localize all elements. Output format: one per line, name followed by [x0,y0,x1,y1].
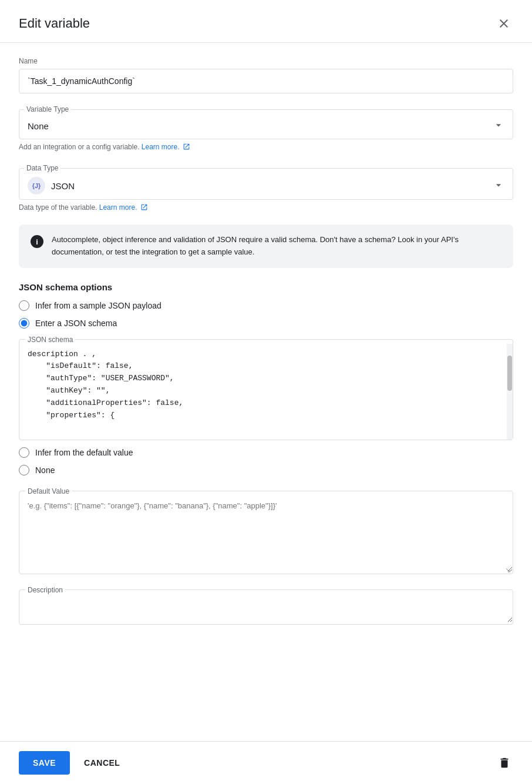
footer-left: SAVE CANCEL [19,751,124,775]
data-type-legend: Data Type [24,164,60,172]
radio-label-enter-schema: Enter a JSON schema [35,319,117,328]
radio-item-infer-sample[interactable]: Infer from a sample JSON payload [19,300,513,311]
data-type-group: Data Type {J} JSON Data type of the vari… [19,164,513,213]
json-badge: {J} [28,177,45,195]
radio-none[interactable] [19,465,29,475]
description-fieldset: Description [19,586,513,625]
default-value-group: Default Value ↘ [19,487,513,574]
variable-type-value: None [28,121,49,131]
resize-handle: ↘ [505,566,511,572]
description-legend: Description [25,586,65,594]
json-schema-options-group: JSON schema options Infer from a sample … [19,282,513,475]
json-schema-legend: JSON schema [25,336,75,344]
json-schema-scroll: description . , "isDefault": false, "aut… [19,344,513,440]
external-link-icon [183,143,190,152]
radio-enter-schema[interactable] [19,318,29,329]
json-schema-textarea[interactable]: description . , "isDefault": false, "aut… [19,344,513,438]
radio-item-infer-default[interactable]: Infer from the default value [19,447,513,458]
cancel-button[interactable]: CANCEL [79,751,124,775]
close-icon [497,16,511,31]
delete-button[interactable] [496,754,513,772]
variable-type-select[interactable]: None [19,113,513,139]
default-value-legend: Default Value [25,487,72,495]
variable-type-helper: Add an integration or a config variable.… [19,143,513,152]
info-icon: i [31,235,43,248]
radio-group: Infer from a sample JSON payload Enter a… [19,300,513,475]
variable-type-learn-more-link[interactable]: Learn more. [142,143,190,151]
radio-infer-sample[interactable] [19,300,29,311]
external-link-icon-2 [140,203,148,213]
data-type-value: JSON [51,181,75,191]
radio-infer-default[interactable] [19,447,29,458]
json-schema-options-title: JSON schema options [19,282,513,292]
variable-type-fieldset: Variable Type None [19,105,513,139]
scrollbar-track [507,344,513,440]
chevron-down-icon-2 [493,179,504,193]
name-label: Name [19,57,513,65]
default-value-textarea[interactable] [19,495,513,572]
json-schema-fieldset: JSON schema description . , "isDefault":… [19,336,513,440]
description-textarea[interactable] [19,594,513,622]
info-box: i Autocomplete, object inference and val… [19,225,513,268]
radio-label-infer-default: Infer from the default value [35,448,133,457]
radio-item-none[interactable]: None [19,465,513,475]
radio-label-infer-sample: Infer from a sample JSON payload [35,301,161,310]
radio-item-enter-schema[interactable]: Enter a JSON schema [19,318,513,329]
default-value-fieldset: Default Value ↘ [19,487,513,574]
data-type-fieldset: Data Type {J} JSON [19,164,513,200]
data-type-helper: Data type of the variable. Learn more. [19,203,513,213]
close-button[interactable] [494,14,513,33]
dialog-body: Name Variable Type None Add an integrati… [0,43,532,741]
edit-variable-dialog: Edit variable Name Variable Type None [0,0,532,784]
delete-icon [498,756,511,769]
data-type-left: {J} JSON [28,177,75,195]
scrollbar-thumb [507,356,512,391]
variable-type-group: Variable Type None Add an integration or… [19,105,513,152]
data-type-select[interactable]: {J} JSON [19,172,513,199]
chevron-down-icon [493,119,504,133]
save-button[interactable]: SAVE [19,751,70,775]
name-input[interactable] [19,69,513,93]
info-text: Autocomplete, object inference and valid… [52,234,501,259]
dialog-footer: SAVE CANCEL [0,741,532,784]
dialog-header: Edit variable [0,0,532,43]
data-type-learn-more-link[interactable]: Learn more. [99,203,148,212]
dialog-title: Edit variable [19,16,90,31]
name-field-group: Name [19,57,513,93]
radio-label-none: None [35,465,55,475]
variable-type-legend: Variable Type [24,105,71,113]
description-group: Description [19,586,513,625]
